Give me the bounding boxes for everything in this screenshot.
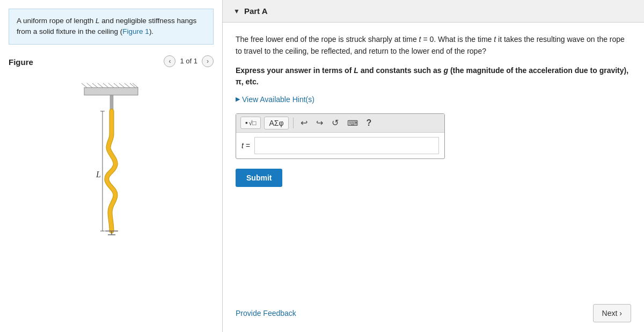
svg-rect-0	[84, 88, 138, 95]
svg-line-8	[119, 83, 125, 88]
figure-link[interactable]: Figure 1	[122, 27, 149, 35]
figure-drawing: L	[52, 78, 170, 250]
t-equals-label: t =	[241, 141, 250, 150]
sqrt-icon: √□	[249, 119, 257, 127]
svg-line-10	[130, 83, 135, 88]
bottom-bar: Provide Feedback Next ›	[223, 304, 644, 322]
express-instruction: Express your answer in terms of L and co…	[236, 65, 631, 88]
problem-statement: A uniform rope of length L and negligibl…	[9, 9, 214, 45]
figure-label: Figure	[9, 57, 33, 67]
submit-button[interactable]: Submit	[236, 169, 282, 187]
part-a-collapse-arrow[interactable]: ▼	[233, 8, 240, 15]
hint-arrow-icon: ▶	[236, 96, 240, 103]
figure-section: Figure ‹ 1 of 1 ›	[0, 53, 222, 250]
svg-line-6	[108, 83, 114, 88]
svg-line-7	[114, 83, 119, 88]
greek-button[interactable]: ΑΣφ	[264, 117, 288, 129]
svg-text:L: L	[96, 170, 101, 179]
greek-label: ΑΣφ	[269, 119, 283, 127]
part-a-header: ▼ Part A	[223, 0, 644, 23]
redo-button[interactable]: ↪	[313, 117, 326, 129]
math-input-row: t =	[236, 133, 444, 158]
figure-prev-button[interactable]: ‹	[164, 55, 175, 67]
keyboard-button[interactable]: ⌨	[345, 118, 361, 128]
math-answer-input[interactable]	[254, 137, 439, 154]
figure-svg: L	[52, 78, 170, 244]
svg-line-3	[92, 83, 98, 88]
svg-line-9	[125, 83, 130, 88]
svg-line-2	[87, 83, 92, 88]
svg-line-4	[98, 83, 103, 88]
view-hints-label: View Available Hint(s)	[242, 95, 314, 104]
provide-feedback-link[interactable]: Provide Feedback	[236, 309, 296, 317]
next-label: Next	[602, 309, 618, 317]
part-a-title: Part A	[244, 6, 268, 16]
part-a-content: The free lower end of the rope is struck…	[223, 23, 644, 198]
right-panel: ▼ Part A The free lower end of the rope …	[223, 0, 644, 332]
math-input-container: ▪ √□ ΑΣφ ↩ ↪ ↺ ⌨ ? t =	[236, 113, 445, 159]
reset-button[interactable]: ↺	[329, 117, 341, 129]
svg-line-11	[133, 83, 138, 88]
svg-line-5	[103, 83, 108, 88]
matrix-icon: ▪	[245, 119, 248, 127]
svg-line-1	[82, 83, 87, 88]
help-button[interactable]: ?	[364, 117, 375, 129]
next-arrow-icon: ›	[619, 309, 622, 317]
figure-next-button[interactable]: ›	[202, 55, 214, 67]
matrix-button[interactable]: ▪ √□	[240, 117, 261, 129]
undo-button[interactable]: ↩	[298, 117, 310, 129]
problem-text: A uniform rope of length L and negligibl…	[17, 17, 196, 35]
figure-nav: ‹ 1 of 1 ›	[164, 55, 214, 67]
view-hints-link[interactable]: ▶ View Available Hint(s)	[236, 95, 631, 104]
math-toolbar: ▪ √□ ΑΣφ ↩ ↪ ↺ ⌨ ?	[236, 114, 444, 133]
left-panel: A uniform rope of length L and negligibl…	[0, 0, 223, 332]
question-text: The free lower end of the rope is struck…	[236, 33, 631, 57]
figure-counter: 1 of 1	[180, 57, 197, 65]
next-button[interactable]: Next ›	[593, 304, 631, 322]
toolbar-separator	[293, 118, 294, 128]
